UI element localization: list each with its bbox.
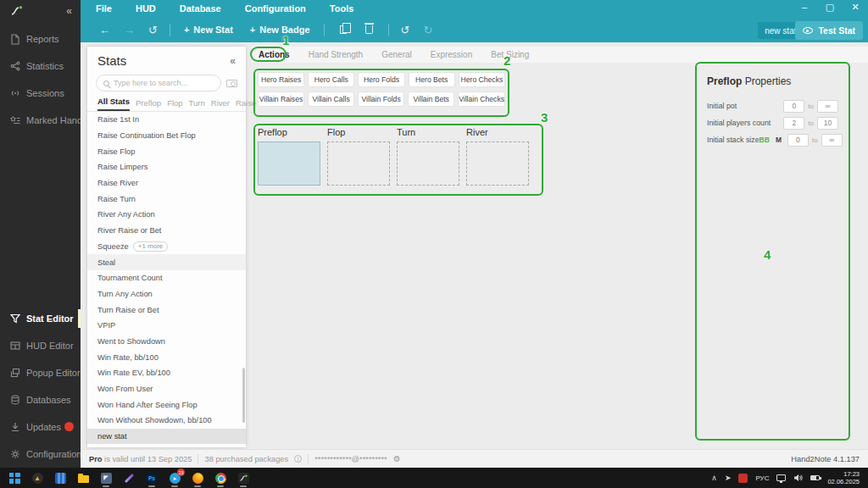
hero-bets-button[interactable]: Hero Bets — [409, 72, 455, 87]
start-button[interactable] — [8, 472, 20, 484]
tray-telegram-icon[interactable]: ➤ — [725, 474, 732, 482]
players-from-input[interactable]: 2 — [783, 117, 804, 130]
volume-icon[interactable] — [793, 474, 803, 482]
display-icon[interactable] — [776, 474, 786, 481]
players-to-input[interactable]: 10 — [817, 117, 838, 130]
sidebar-item-statistics[interactable]: Statistics — [0, 53, 81, 80]
stats-tab-flop[interactable]: Flop — [167, 98, 182, 111]
menu-tools[interactable]: Tools — [330, 3, 354, 14]
menu-database[interactable]: Database — [180, 3, 221, 14]
menu-file[interactable]: File — [96, 3, 112, 14]
list-item[interactable]: Raise Flop — [87, 143, 246, 159]
stats-collapse-icon[interactable]: « — [230, 55, 236, 67]
taskbar-photoshop[interactable]: Ps — [146, 472, 158, 484]
list-item[interactable]: River Any Action — [87, 207, 246, 223]
search-input[interactable] — [114, 79, 214, 87]
tray-expand-icon[interactable]: ∧ — [711, 474, 717, 482]
list-item[interactable]: Turn Any Action — [87, 286, 246, 302]
list-item[interactable]: Raise Continuation Bet Flop — [87, 128, 246, 144]
tab-bet-sizing[interactable]: Bet Sizing — [491, 50, 529, 59]
stats-tab-all[interactable]: All Stats — [97, 97, 130, 111]
list-item-squeeze[interactable]: Squeeze +1 more — [87, 239, 246, 255]
test-stat-button[interactable]: Test Stat — [795, 21, 863, 40]
list-item[interactable]: Raise 1st In — [87, 112, 246, 128]
list-item[interactable]: Won Without Showdown, bb/100 — [87, 413, 246, 429]
river-drop-zone[interactable] — [466, 141, 529, 186]
list-item[interactable]: Tournament Count — [87, 270, 246, 286]
initial-pot-from-input[interactable]: 0 — [783, 100, 804, 113]
account-settings-icon[interactable]: ⚙ — [393, 454, 401, 463]
list-item[interactable]: Win Rate, bb/100 — [87, 349, 246, 365]
camera-icon[interactable] — [226, 80, 237, 87]
stack-from-input[interactable]: 0 — [787, 134, 809, 147]
sidebar-item-hud-editor[interactable]: HUD Editor — [0, 332, 81, 359]
flop-drop-zone[interactable] — [327, 141, 390, 186]
language-indicator[interactable]: РУС — [755, 474, 769, 482]
hero-raises-button[interactable]: Hero Raises — [258, 72, 304, 87]
tab-expression[interactable]: Expression — [431, 50, 472, 59]
stats-tab-river[interactable]: River — [211, 98, 230, 111]
hero-folds-button[interactable]: Hero Folds — [358, 72, 404, 87]
taskbar-pen-tool[interactable] — [123, 472, 135, 484]
list-item[interactable]: Went to Showdown — [87, 334, 246, 350]
maximize-icon[interactable]: ▢ — [824, 2, 836, 13]
list-item[interactable]: Won From User — [87, 381, 246, 397]
taskbar-app-antivirus[interactable]: ▲ — [31, 472, 43, 484]
taskbar-hand2note[interactable] — [237, 472, 249, 484]
sidebar-collapse-icon[interactable]: « — [66, 5, 72, 17]
tab-general[interactable]: General — [381, 50, 412, 59]
list-item[interactable]: Win Rate EV, bb/100 — [87, 365, 246, 381]
list-item[interactable]: Raise Turn — [87, 191, 246, 207]
unit-m-toggle[interactable]: M — [776, 136, 782, 144]
stats-tab-raise[interactable]: Raise — [236, 98, 256, 111]
delete-icon[interactable] — [365, 25, 373, 34]
unit-bb-toggle[interactable]: BB — [760, 136, 770, 144]
taskbar-telegram[interactable]: ➤23 — [169, 472, 181, 484]
villain-calls-button[interactable]: Villain Calls — [308, 92, 354, 107]
list-item[interactable]: Raise Limpers — [87, 159, 246, 175]
menu-configuration[interactable]: Configuration — [245, 3, 306, 14]
list-item[interactable]: Turn Raise or Bet — [87, 302, 246, 318]
preflop-drop-zone[interactable] — [258, 141, 320, 186]
close-icon[interactable]: ✕ — [849, 2, 861, 13]
new-stat-button[interactable]: + New Stat — [175, 25, 242, 35]
tab-actions[interactable]: Actions — [259, 50, 290, 59]
sidebar-item-updates[interactable]: Updates — [0, 413, 81, 441]
minimize-icon[interactable]: – — [798, 2, 810, 13]
sidebar-item-databases[interactable]: Databases — [0, 386, 81, 413]
stats-scrollbar[interactable] — [242, 368, 245, 423]
new-badge-button[interactable]: + New Badge — [242, 25, 319, 35]
tray-app-icon[interactable] — [738, 474, 748, 483]
turn-drop-zone[interactable] — [397, 141, 459, 186]
taskbar-screenshot-tool[interactable]: ◤ — [100, 472, 112, 484]
tab-hand-strength[interactable]: Hand Strength — [309, 50, 364, 59]
stats-tab-preflop[interactable]: Preflop — [136, 98, 161, 111]
list-item[interactable]: Steal — [87, 254, 246, 270]
hero-calls-button[interactable]: Hero Calls — [308, 72, 354, 87]
villain-folds-button[interactable]: Villain Folds — [358, 92, 404, 107]
list-item[interactable]: VPIP — [87, 318, 246, 334]
sidebar-item-sessions[interactable]: Sessions — [0, 80, 81, 107]
taskbar-app-panels[interactable] — [54, 472, 66, 484]
menu-hud[interactable]: HUD — [136, 3, 156, 14]
taskbar-chrome[interactable] — [214, 472, 226, 484]
list-item-selected[interactable]: new stat — [87, 429, 246, 445]
list-item[interactable]: Raise River — [87, 175, 246, 191]
copy-icon[interactable] — [340, 25, 347, 34]
villain-bets-button[interactable]: Villain Bets — [408, 92, 454, 107]
initial-pot-to-input[interactable]: ∞ — [817, 100, 838, 113]
sidebar-item-configuration[interactable]: Configuration — [0, 441, 81, 468]
stack-to-input[interactable]: ∞ — [821, 134, 843, 147]
list-item[interactable]: Won Hand After Seeing Flop — [87, 396, 246, 413]
info-icon[interactable] — [294, 455, 302, 463]
stats-tab-turn[interactable]: Turn — [189, 98, 205, 111]
taskbar-file-explorer[interactable] — [77, 472, 89, 484]
list-item[interactable]: River Raise or Bet — [87, 223, 246, 239]
sidebar-item-marked-hands[interactable]: Marked Hands — [0, 107, 81, 134]
hero-checks-button[interactable]: Hero Checks — [459, 72, 505, 87]
back-icon[interactable]: ← — [92, 24, 117, 36]
sidebar-item-reports[interactable]: Reports — [0, 25, 81, 53]
taskbar-firefox[interactable] — [192, 472, 203, 484]
villain-checks-button[interactable]: Villain Checks — [458, 92, 505, 107]
undo-icon[interactable]: ↺ — [394, 24, 417, 36]
